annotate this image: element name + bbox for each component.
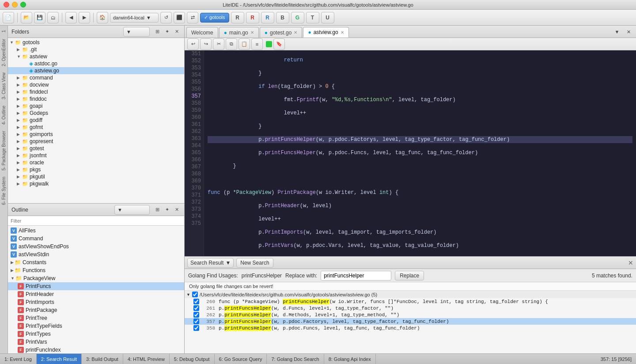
outline-item-astviewstdin[interactable]: V astViewStdin	[8, 250, 184, 258]
save-all-button[interactable]: 🗂	[47, 12, 59, 23]
tree-item-astview-go[interactable]: ▶ ◈ astview.go	[8, 67, 184, 74]
status-build-output[interactable]: 3: Build Output	[82, 354, 123, 364]
replace-button[interactable]: Replace	[395, 271, 424, 281]
status-html-preview[interactable]: 4: HTML Preview	[123, 354, 170, 364]
outline-item-constants[interactable]: ▶ 📁 Constants	[8, 258, 184, 266]
outline-item-printimports[interactable]: F PrintImports	[8, 298, 184, 306]
u-button[interactable]: U	[321, 12, 334, 23]
tab-close-icon[interactable]: ✕	[294, 30, 297, 35]
tab-astviewgo[interactable]: ● astview.go ✕	[303, 27, 348, 38]
tree-item-godeps[interactable]: ▶ 📁 Godeps	[8, 110, 184, 117]
outline-item-printtypefields[interactable]: F PrintTypeFields	[8, 322, 184, 330]
tab-close-icon[interactable]: ✕	[250, 30, 254, 35]
side-tab-1[interactable]: 1	[0, 27, 7, 35]
group-checkbox[interactable]	[192, 292, 198, 297]
b-button[interactable]: B	[276, 12, 289, 23]
outline-item-printheader[interactable]: F PrintHeader	[8, 290, 184, 298]
tab-maingo[interactable]: ● main.go ✕	[219, 27, 259, 38]
result-row-262[interactable]: 262 p.printFuncsHelper(w, d.Methods, lev…	[185, 311, 636, 318]
status-search-result[interactable]: 2: Search Result	[37, 354, 82, 364]
tree-item-gopresent[interactable]: ▶ 📁 gopresent	[8, 138, 184, 145]
close-button[interactable]	[4, 2, 9, 8]
result-checkbox[interactable]	[193, 312, 199, 318]
folders-sync-btn[interactable]: ⊞	[153, 28, 161, 36]
tree-item-goapi[interactable]: ▶ 📁 goapi	[8, 102, 184, 110]
outline-item-printpackage[interactable]: F PrintPackage	[8, 306, 184, 314]
side-tab-6[interactable]: 6- File System	[0, 174, 7, 208]
result-row-261[interactable]: 261 p.printFuncsHelper(w, d.Funcs, level…	[185, 305, 636, 311]
maximize-button[interactable]	[20, 2, 26, 8]
search-type-dropdown[interactable]: Search Result ▼	[187, 258, 234, 268]
environment-selector[interactable]: darwin64-local ▼	[110, 13, 159, 23]
outline-item-command[interactable]: V Command	[8, 235, 184, 243]
paste-button[interactable]: 📋	[238, 38, 250, 50]
code-editor[interactable]: 351 352 353 354 355 356 357 358 359 360 …	[185, 50, 636, 256]
status-debug-output[interactable]: 5: Debug Output	[170, 354, 215, 364]
result-row-357[interactable]: 357 p.printFuncsHelper(w, p.pdoc.Factory…	[185, 318, 636, 325]
tree-item-jsonfmt[interactable]: ▶ 📁 jsonfmt	[8, 152, 184, 159]
back-button[interactable]: ◀	[65, 12, 77, 23]
tree-item-pkgutil[interactable]: ▶ 📁 pkgutil	[8, 173, 184, 180]
tree-item-goimports[interactable]: ▶ 📁 goimports	[8, 131, 184, 138]
code-content[interactable]: return } if len(tag_folder) > 0 { fmt.Fp…	[204, 50, 636, 256]
outline-close-btn[interactable]: ✕	[173, 206, 181, 214]
stop-button[interactable]: ⬛	[174, 12, 185, 23]
side-tab-4[interactable]: 4- Outline	[0, 103, 7, 127]
format-button[interactable]: ≡	[251, 38, 263, 50]
tab-scroll-btn[interactable]: ▼	[611, 26, 623, 38]
copy-button[interactable]: ⧉	[226, 38, 237, 50]
new-search-button[interactable]: New Search	[236, 258, 273, 268]
status-event-log[interactable]: 1: Event Log	[0, 354, 37, 364]
outline-sync-btn[interactable]: ⊞	[153, 206, 161, 214]
tree-item-git[interactable]: ▶ 📁 .git	[8, 46, 184, 53]
tree-item-godiff[interactable]: ▶ 📁 godiff	[8, 117, 184, 124]
tree-item-gotest[interactable]: ▶ 📁 gotest	[8, 145, 184, 152]
tab-welcome[interactable]: Welcome	[186, 27, 218, 38]
search-panel-close-btn[interactable]: ✕	[628, 259, 633, 266]
outline-item-printfuncs[interactable]: F PrintFuncs	[8, 282, 184, 290]
redo-button[interactable]: ↪	[200, 38, 212, 50]
outline-item-printvars[interactable]: F PrintVars	[8, 338, 184, 346]
cut-button[interactable]: ✂	[213, 38, 224, 50]
tree-item-gofmt[interactable]: ▶ 📁 gofmt	[8, 124, 184, 131]
refresh-button[interactable]: ↺	[160, 12, 172, 23]
outline-item-astviewshendendpos[interactable]: V astViewShowEndPos	[8, 243, 184, 250]
tree-item-command[interactable]: ▶ 📁 command	[8, 74, 184, 81]
tree-item-gotools[interactable]: ▼ 📁 gotools	[8, 39, 184, 46]
outline-item-printtypes[interactable]: F PrintTypes	[8, 330, 184, 338]
replace-input[interactable]	[321, 271, 391, 281]
result-row-260[interactable]: 260 func (p *PackageView) printFuncsHelp…	[185, 298, 636, 305]
tree-item-finddoc[interactable]: ▶ 📁 finddoc	[8, 95, 184, 102]
result-checkbox[interactable]	[193, 318, 199, 324]
folders-close-btn[interactable]: ✕	[173, 28, 181, 36]
folders-settings-btn[interactable]: ✦	[163, 28, 171, 36]
tree-item-finddecl[interactable]: ▶ 📁 finddecl	[8, 88, 184, 95]
result-row-358[interactable]: 358 p.printFuncsHelper(w, p.pdoc.Funcs, …	[185, 325, 636, 331]
tree-item-pkgwalk[interactable]: ▶ 📁 pkgwalk	[8, 180, 184, 187]
outline-item-printfuncindex[interactable]: F printFuncIndex	[8, 346, 184, 353]
tree-item-oracle[interactable]: ▶ 📁 oracle	[8, 159, 184, 166]
outline-item-functions[interactable]: ▶ 📁 Functions	[8, 266, 184, 274]
gotools-button[interactable]: ✓ gotools	[200, 13, 229, 23]
tree-item-pkgs[interactable]: ▶ 📁 pkgs	[8, 166, 184, 173]
r-button[interactable]: R	[231, 12, 244, 23]
rb-button[interactable]: R	[246, 12, 259, 23]
outline-dropdown[interactable]: ▼	[114, 205, 150, 215]
tree-item-astdoc[interactable]: ▶ ◈ astdoc.go	[8, 60, 184, 67]
home-button[interactable]: 🏠	[97, 12, 108, 23]
save-button[interactable]: 💾	[34, 12, 45, 23]
tree-item-astview[interactable]: ▼ 📁 astview	[8, 53, 184, 60]
sync-button[interactable]: ⇄	[187, 12, 198, 23]
outline-item-allfiles[interactable]: V AllFiles	[8, 227, 184, 235]
side-tab-5[interactable]: 5- Package Browser	[0, 128, 7, 173]
outline-settings-btn[interactable]: ✦	[163, 206, 171, 214]
result-checkbox[interactable]	[193, 325, 199, 331]
open-button[interactable]: 📂	[21, 12, 32, 23]
outline-filter-input[interactable]	[11, 218, 182, 224]
t-button[interactable]: T	[306, 12, 319, 23]
status-go-source-query[interactable]: 6: Go Source Query	[215, 354, 267, 364]
bookmark-button[interactable]: 🔖	[273, 38, 285, 50]
new-button[interactable]: 📄	[3, 12, 14, 23]
status-golang-doc-search[interactable]: 7: Golang Doc Search	[267, 354, 324, 364]
side-tab-2[interactable]: 2- OpenEditor	[0, 36, 7, 69]
